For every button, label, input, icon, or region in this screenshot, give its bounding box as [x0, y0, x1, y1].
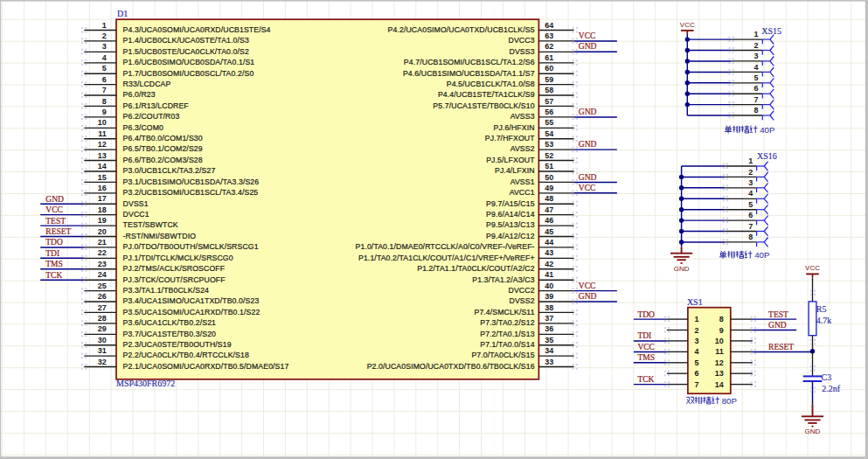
svg-text:PJ.2/TMS/ACLK/SROSCOFF: PJ.2/TMS/ACLK/SROSCOFF: [123, 264, 226, 273]
svg-text:41: 41: [545, 270, 553, 279]
svg-text:14: 14: [715, 380, 724, 389]
svg-text:DVSS3: DVSS3: [510, 47, 535, 56]
svg-text:56: 56: [545, 108, 553, 116]
svg-text:TEST: TEST: [45, 217, 66, 226]
svg-text:16: 16: [98, 184, 107, 192]
svg-text:63: 63: [545, 31, 553, 40]
svg-text:P2.3/UCA0STE/TB0OUTH/S19: P2.3/UCA0STE/TB0OUTH/S19: [123, 340, 232, 349]
svg-text:P7.0/TA0CLK/S15: P7.0/TA0CLK/S15: [471, 351, 534, 359]
svg-text:TEST: TEST: [768, 310, 788, 319]
svg-text:51: 51: [545, 162, 553, 170]
svg-text:4.7k: 4.7k: [816, 316, 832, 325]
svg-text:5: 5: [754, 73, 759, 82]
svg-text:P7.3/TA0.2/S12: P7.3/TA0.2/S12: [480, 318, 534, 327]
svg-text:VCC: VCC: [579, 31, 596, 40]
svg-text:P5.7/UCA1STE/TB0CLK/S10: P5.7/UCA1STE/TB0CLK/S10: [433, 101, 534, 110]
svg-text:6: 6: [695, 369, 699, 378]
svg-text:40P: 40P: [754, 250, 769, 260]
svg-text:VCC: VCC: [579, 184, 596, 192]
svg-text:40: 40: [545, 282, 553, 290]
svg-text:6: 6: [754, 84, 759, 93]
svg-text:DVSS2: DVSS2: [510, 296, 535, 305]
svg-text:36: 36: [545, 324, 553, 333]
svg-text:VCC: VCC: [45, 205, 63, 214]
svg-text:13: 13: [98, 151, 107, 160]
svg-text:61: 61: [545, 53, 553, 62]
svg-text:2: 2: [748, 168, 753, 177]
svg-text:P4.3/UCA0SOMI/UCA0RXD/UCB1STE/: P4.3/UCA0SOMI/UCA0RXD/UCB1STE/S4: [123, 25, 271, 34]
svg-text:3: 3: [754, 52, 759, 60]
svg-text:AVSS1: AVSS1: [510, 177, 535, 186]
svg-text:DVSS1: DVSS1: [123, 199, 149, 208]
svg-text:TDI: TDI: [637, 331, 651, 340]
svg-text:40P: 40P: [760, 125, 774, 135]
svg-text:P9.4/A12/C12: P9.4/A12/C12: [486, 232, 535, 240]
svg-text:PJ.4/LFXIN: PJ.4/LFXIN: [495, 166, 535, 175]
svg-text:80P: 80P: [722, 396, 737, 406]
svg-text:30: 30: [98, 336, 107, 344]
svg-text:-RST/NMI/SBWTDIO: -RST/NMI/SBWTDIO: [123, 232, 197, 240]
svg-text:3: 3: [748, 178, 753, 187]
svg-text:D1: D1: [117, 9, 128, 18]
svg-text:60: 60: [545, 64, 553, 73]
svg-text:14: 14: [98, 162, 107, 170]
svg-text:48: 48: [545, 194, 553, 203]
svg-text:R33/LCDCAP: R33/LCDCAP: [123, 80, 171, 88]
svg-text:GND: GND: [579, 173, 597, 182]
svg-text:10: 10: [715, 337, 724, 345]
svg-text:1: 1: [748, 156, 753, 165]
svg-text:PJ.6/HFXIN: PJ.6/HFXIN: [494, 123, 535, 132]
svg-text:XS16: XS16: [757, 151, 777, 161]
svg-text:46: 46: [545, 216, 553, 225]
svg-text:P3.0/UCB1CLK/TA3.2/S27: P3.0/UCB1CLK/TA3.2/S27: [123, 166, 216, 175]
svg-text:58: 58: [545, 86, 553, 94]
svg-text:RESET: RESET: [45, 227, 71, 236]
svg-text:45: 45: [545, 227, 553, 236]
svg-text:P7.1/TA0.0/S14: P7.1/TA0.0/S14: [480, 340, 534, 349]
svg-text:P6.0/R23: P6.0/R23: [123, 90, 156, 99]
svg-text:GND: GND: [579, 292, 597, 301]
svg-text:P6.4/TB0.0/COM1/S30: P6.4/TB0.0/COM1/S30: [123, 134, 203, 143]
svg-text:53: 53: [545, 140, 553, 149]
svg-text:P4.4/UCB1STE/TA1CLK/S9: P4.4/UCB1STE/TA1CLK/S9: [438, 90, 535, 99]
svg-text:P9.6/A14/C14: P9.6/A14/C14: [486, 210, 535, 219]
svg-text:2: 2: [695, 326, 699, 335]
svg-text:1: 1: [754, 30, 759, 38]
svg-text:5: 5: [695, 358, 699, 367]
svg-text:P1.7/UCB0SOMI/UCB0SCL/TA0.2/S0: P1.7/UCB0SOMI/UCB0SCL/TA0.2/S0: [123, 69, 254, 78]
svg-text:XS15: XS15: [761, 26, 781, 36]
svg-text:1: 1: [695, 315, 699, 323]
svg-text:VCC: VCC: [579, 282, 596, 290]
svg-text:TDO: TDO: [45, 238, 63, 247]
svg-text:10: 10: [98, 118, 107, 127]
svg-text:P1.0/TA0.1/DMAE0/RTCCLK/A0/C0/: P1.0/TA0.1/DMAE0/RTCCLK/A0/C0/VREF-/VeRE…: [356, 242, 535, 251]
svg-text:AVCC1: AVCC1: [510, 188, 535, 197]
svg-text:VCC: VCC: [805, 264, 820, 272]
svg-text:2: 2: [102, 31, 107, 40]
svg-text:XS1: XS1: [687, 297, 703, 307]
svg-text:TDO: TDO: [637, 310, 655, 319]
svg-text:34: 34: [545, 346, 553, 355]
svg-text:4: 4: [748, 189, 753, 198]
svg-text:7: 7: [102, 86, 107, 94]
svg-text:AVSS2: AVSS2: [510, 144, 535, 153]
svg-text:2.2nf: 2.2nf: [822, 384, 841, 393]
svg-text:R5: R5: [816, 304, 827, 314]
svg-text:47: 47: [545, 205, 553, 214]
svg-text:P7.4/SMCLK/S11: P7.4/SMCLK/S11: [474, 308, 534, 316]
svg-text:3: 3: [695, 337, 699, 345]
svg-text:P1.5/UCB0STE/UCA0CLK/TA0.0/S2: P1.5/UCB0STE/UCA0CLK/TA0.0/S2: [123, 47, 249, 56]
svg-text:19: 19: [98, 216, 107, 225]
svg-text:11: 11: [98, 129, 107, 138]
svg-text:P6.5/TB0.1/COM2/S29: P6.5/TB0.1/COM2/S29: [123, 144, 203, 153]
svg-text:DVCC1: DVCC1: [123, 210, 149, 219]
svg-text:27: 27: [98, 303, 107, 312]
svg-text:P1.2/TA1.1/TA0CLK/COUT/A2/C2: P1.2/TA1.1/TA0CLK/COUT/A2/C2: [417, 264, 534, 273]
svg-text:8: 8: [748, 233, 753, 241]
svg-text:31: 31: [98, 346, 107, 355]
svg-text:P1.1/TA0.2/TA1CLK/COUT/A1/C1/V: P1.1/TA0.2/TA1CLK/COUT/A1/C1/VREF+/VeREF…: [358, 254, 535, 262]
svg-text:25: 25: [98, 282, 107, 290]
svg-text:GND: GND: [579, 140, 597, 149]
svg-text:57: 57: [545, 97, 553, 106]
svg-text:15: 15: [98, 173, 107, 182]
